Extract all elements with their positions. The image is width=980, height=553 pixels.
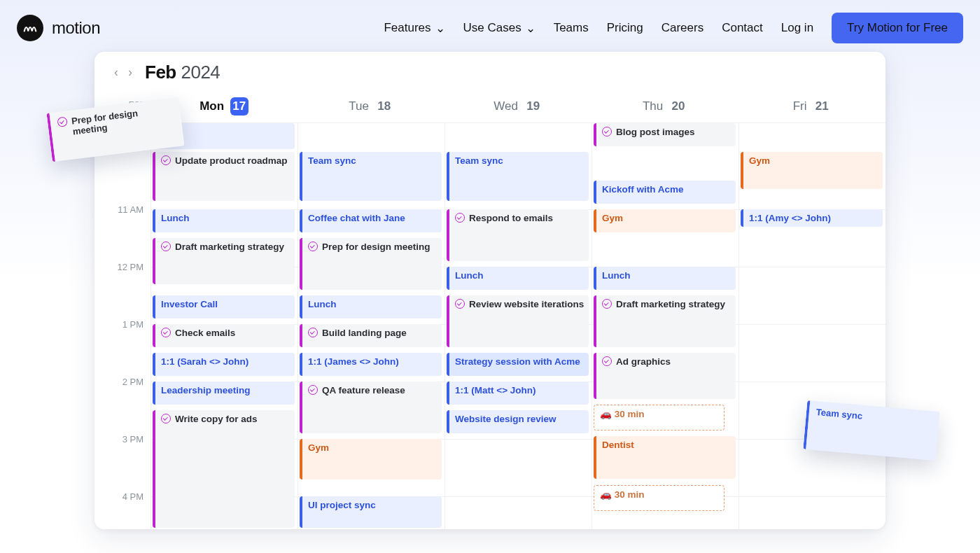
task-check-icon	[455, 299, 465, 309]
event-title: Leadership meeting	[161, 384, 251, 397]
chevron-down-icon: ⌄	[435, 21, 445, 36]
day-header-thu[interactable]: Thu 20	[592, 89, 738, 122]
task-check-icon	[602, 299, 612, 309]
event-title: Gym	[308, 442, 329, 454]
event-title: Lunch	[602, 270, 631, 282]
nav-teams[interactable]: Teams	[554, 21, 589, 35]
event-title: 1:1 (James <> John)	[308, 356, 399, 368]
event-title: Check emails	[175, 327, 235, 340]
site-header: motion Features⌄ Use Cases⌄ Teams Pricin…	[0, 0, 980, 52]
floating-card-label: Prep for design meeting	[71, 104, 176, 137]
calendar-event[interactable]: Investor Call	[153, 295, 295, 318]
chevron-down-icon: ⌄	[526, 21, 536, 36]
nav-use-cases[interactable]: Use Cases⌄	[463, 21, 536, 36]
calendar-event[interactable]: Coffee chat with Jane	[300, 209, 442, 232]
logo[interactable]: motion	[17, 15, 100, 41]
calendar-event[interactable]: Dentist	[594, 436, 736, 479]
nav-pricing[interactable]: Pricing	[607, 21, 643, 35]
event-title: Website design review	[455, 413, 556, 426]
calendar-event[interactable]: Lunch	[153, 209, 295, 232]
cta-try-free-button[interactable]: Try Motion for Free	[832, 13, 963, 43]
main-nav: Features⌄ Use Cases⌄ Teams Pricing Caree…	[384, 13, 963, 43]
calendar-event[interactable]: Update product roadmap	[153, 152, 295, 201]
time-label: 12 PM	[117, 262, 144, 272]
task-check-icon	[308, 328, 318, 337]
task-check-icon	[161, 155, 171, 165]
task-check-icon	[602, 356, 612, 366]
event-title: Update product roadmap	[175, 155, 288, 167]
day-column-tue[interactable]: Team syncCoffee chat with JanePrep for d…	[298, 123, 444, 529]
event-title: Write copy for ads	[175, 413, 258, 426]
event-title: 🚗 30 min	[600, 489, 645, 501]
calendar-event[interactable]: Draft marketing strategy	[153, 238, 295, 284]
calendar-event[interactable]: Strategy session with Acme	[447, 353, 589, 376]
calendar-event[interactable]: Draft marketing strategy	[594, 295, 736, 347]
logo-text: motion	[52, 18, 100, 38]
event-title: Lunch	[455, 270, 484, 282]
task-check-icon	[308, 241, 318, 251]
calendar-event[interactable]: Blog post images	[594, 123, 736, 146]
calendar-event[interactable]: QA feature release	[300, 382, 442, 433]
event-title: QA feature release	[322, 384, 405, 397]
task-check-icon	[308, 385, 318, 395]
event-title: 🚗 30 min	[600, 408, 645, 421]
event-title: Lunch	[308, 298, 337, 311]
next-week-button[interactable]: ›	[125, 64, 135, 81]
calendar-event[interactable]: 1:1 (Sarah <> John)	[153, 353, 295, 376]
nav-login[interactable]: Log in	[781, 21, 813, 35]
calendar-event[interactable]: Gym	[300, 439, 442, 479]
event-title: 1:1 (Amy <> John)	[749, 212, 831, 225]
prev-week-button[interactable]: ‹	[111, 64, 121, 81]
calendar-event[interactable]: Leadership meeting	[153, 382, 295, 405]
calendar-event[interactable]: Kickoff with Acme	[594, 181, 736, 204]
calendar-event[interactable]: Gym	[741, 152, 883, 189]
event-title: Build landing page	[322, 327, 407, 340]
day-header-wed[interactable]: Wed 19	[444, 89, 592, 122]
calendar-card: ‹ › Feb 2024 ESTMon 17Tue 18Wed 19Thu 20…	[94, 52, 886, 529]
calendar-event[interactable]: 1:1 (James <> John)	[300, 353, 442, 376]
day-column-wed[interactable]: Team syncRespond to emailsLunchReview we…	[444, 123, 592, 529]
event-title: Ad graphics	[616, 356, 671, 368]
event-title: Team sync	[308, 155, 356, 167]
calendar-event[interactable]: Team sync	[447, 152, 589, 201]
day-column-thu[interactable]: Blog post imagesKickoff with AcmeGymLunc…	[592, 123, 738, 529]
event-title: Team sync	[455, 155, 503, 167]
day-column-fri[interactable]: Gym1:1 (Amy <> John)	[738, 123, 886, 529]
calendar-event[interactable]: Website design review	[447, 410, 589, 433]
calendar-event[interactable]: Lunch	[447, 267, 589, 290]
day-column-mon[interactable]: syncUpdate product roadmapLunchDraft mar…	[150, 123, 298, 529]
calendar-event[interactable]: Ad graphics	[594, 353, 736, 399]
day-header-tue[interactable]: Tue 18	[298, 89, 444, 122]
event-title: Prep for design meeting	[322, 241, 430, 253]
time-label: 2 PM	[122, 377, 144, 387]
calendar-event[interactable]: Team sync	[300, 152, 442, 201]
day-header-fri[interactable]: Fri 21	[738, 89, 886, 122]
month-label: Feb 2024	[145, 62, 220, 83]
time-label: 1 PM	[122, 319, 144, 330]
event-title: Investor Call	[161, 298, 218, 311]
floating-card-label: Team sync	[816, 407, 862, 421]
calendar-event[interactable]: Build landing page	[300, 324, 442, 347]
calendar-event[interactable]: Lunch	[300, 295, 442, 318]
calendar-event[interactable]: 🚗 30 min	[594, 485, 724, 511]
calendar-event[interactable]: UI project sync	[300, 496, 442, 528]
calendar-event[interactable]: Write copy for ads	[153, 410, 295, 528]
event-title: 1:1 (Sarah <> John)	[161, 356, 248, 368]
task-check-icon	[161, 241, 171, 251]
calendar-event[interactable]: Gym	[594, 209, 736, 232]
event-title: Respond to emails	[469, 212, 553, 225]
event-title: Blog post images	[616, 126, 695, 139]
nav-careers[interactable]: Careers	[662, 21, 704, 35]
nav-features[interactable]: Features⌄	[384, 21, 444, 36]
calendar-event[interactable]: 🚗 30 min	[594, 405, 724, 430]
time-gutter: 11 AM12 PM1 PM2 PM3 PM4 PM	[94, 123, 150, 529]
nav-contact[interactable]: Contact	[722, 21, 763, 35]
calendar-event[interactable]: Lunch	[594, 267, 736, 290]
calendar-event[interactable]: Respond to emails	[447, 209, 589, 261]
calendar-event[interactable]: Check emails	[153, 324, 295, 347]
event-title: 1:1 (Matt <> John)	[455, 384, 536, 397]
calendar-event[interactable]: Prep for design meeting	[300, 238, 442, 290]
calendar-event[interactable]: 1:1 (Matt <> John)	[447, 382, 589, 405]
calendar-event[interactable]: 1:1 (Amy <> John)	[741, 209, 883, 227]
calendar-event[interactable]: Review website iterations	[447, 295, 589, 347]
